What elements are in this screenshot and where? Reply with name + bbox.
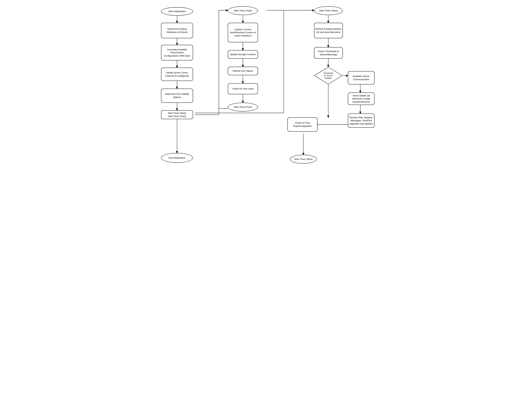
establish-server-node: Establish Server Communication (348, 71, 375, 84)
start-fast-node: Start Timer (Fast) (228, 6, 258, 15)
capture-counts-node: Capture Current Sent/Received Counts on … (228, 23, 258, 42)
update-storage-label: Update Storage Counters (230, 53, 256, 56)
determine-existing-node: Determine Existing Interfaces on Device (161, 23, 193, 38)
refresh-iface-label: Refresh Existing interface list and asso… (315, 27, 342, 34)
check-thresholds-label: Check Thresholds to Alarms/Warnings (318, 50, 339, 56)
determine-gui-label: Determine GUI visibility Options (165, 93, 189, 99)
check-plan-expiry-label: Check for Plan Expiries/upgrades (293, 121, 312, 128)
start-fast-label: Start Timer (Fast) (234, 9, 252, 12)
start-slow-node: Start Timer (Slow) (314, 6, 343, 15)
initiate-server-label: Initiate Server Comm Channel (if configu… (165, 71, 189, 77)
end-init-node: End Initialization (161, 153, 193, 163)
check-thresholds-node: Check Thresholds to Alarms/Warnings (314, 47, 343, 59)
send-update-label: Send Update (all interfaces) Usage Snaps… (352, 94, 370, 103)
stop-fast-label: Stop Timer (Fast) (234, 105, 252, 109)
update-storage-node: Update Storage Counters (228, 50, 258, 59)
flowchart-container: Start Initialization Determine Existing … (156, 4, 376, 199)
start-init-node: Start Initialization (161, 7, 193, 16)
send-update-node: Send Update (all interfaces) Usage Snaps… (348, 93, 375, 105)
initiate-server-node: Initiate Server Comm Channel (if configu… (161, 68, 193, 81)
start-slow-label: Start Timer (Slow) (319, 9, 338, 12)
stop-slow-label: Stop Timer (Slow) (294, 158, 313, 161)
receive-plan-node: Receive Plan Updates, Messages, Pool/Fle… (348, 113, 375, 128)
associate-plans-node: Associate Available Plans/Saved Configur… (161, 45, 193, 60)
start-slow-fast-label: Start Timer (Slow) Start Timer (Fast) (168, 112, 186, 118)
refresh-gui-node: Refresh GUI Values (228, 67, 258, 75)
thresholds-diamond-node: Thresholds for Server Updates (314, 67, 342, 84)
refresh-iface-node: Refresh Existing interface list and asso… (314, 23, 343, 38)
determine-existing-label: Determine Existing Interfaces on Device (167, 27, 188, 34)
stop-slow-node: Stop Timer (Slow) (290, 155, 317, 164)
check-plan-expiry-node: Check for Plan Expiries/upgrades (287, 117, 318, 131)
establish-server-label: Establish Server Communication (353, 75, 370, 81)
check-user-input-label: Check for User Input (232, 87, 253, 90)
thresholds-diamond-label: Thresholds for Server Updates (314, 67, 342, 84)
end-init-label: End Initialization (169, 156, 186, 160)
refresh-gui-label: Refresh GUI Values (233, 69, 253, 73)
capture-counts-label: Capture Current Sent/Received Counts on … (230, 28, 256, 37)
receive-plan-label: Receive Plan Updates, Messages, Pool/Fle… (349, 116, 373, 125)
stop-fast-node: Stop Timer (Fast) (228, 103, 258, 112)
start-init-label: Start Initialization (168, 10, 186, 13)
start-slow-fast-node: Start Timer (Slow) Start Timer (Fast) (161, 110, 193, 119)
determine-gui-node: Determine GUI visibility Options (161, 89, 193, 103)
check-user-input-node: Check for User Input (228, 83, 258, 94)
associate-plans-label: Associate Available Plans/Saved Configur… (164, 48, 190, 57)
